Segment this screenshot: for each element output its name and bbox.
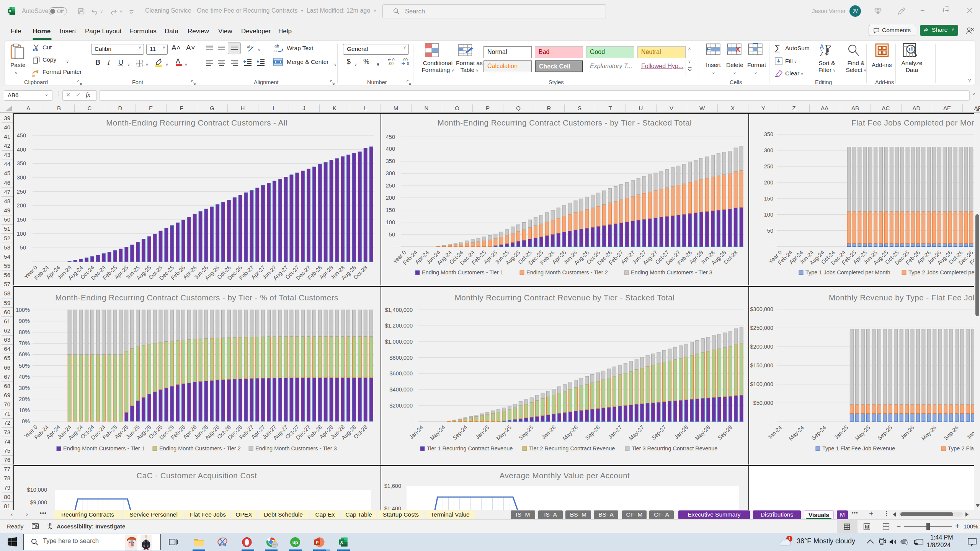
svg-text:$200,000: $200,000 xyxy=(750,344,773,350)
svg-text:c: c xyxy=(274,48,277,53)
svg-text:250: 250 xyxy=(17,189,26,195)
svg-text:100: 100 xyxy=(17,231,26,237)
svg-text:0%: 0% xyxy=(22,418,30,424)
svg-text:Ending Month Customers - Tier: Ending Month Customers - Tier 1 xyxy=(422,269,503,276)
svg-text:50: 50 xyxy=(20,245,26,251)
svg-text:$300,000: $300,000 xyxy=(750,306,773,312)
svg-text:Ending Month Customers - Tier: Ending Month Customers - Tier 3 xyxy=(255,445,337,452)
svg-text:Average Monthly Value per Acco: Average Monthly Value per Account xyxy=(500,471,630,480)
svg-text:Tier 1 Recurring Contract Reve: Tier 1 Recurring Contract Revenue xyxy=(427,445,513,452)
svg-text:ab: ab xyxy=(247,44,252,49)
svg-text:$9,000: $9,000 xyxy=(30,499,47,505)
svg-text:Ending Month Customers - Tier: Ending Month Customers - Tier 2 xyxy=(526,269,608,276)
svg-text:$1,200,000: $1,200,000 xyxy=(385,323,413,329)
svg-text:150: 150 xyxy=(17,217,26,223)
svg-text:100: 100 xyxy=(764,212,773,218)
svg-text:Type 1 Flat Fee Job Revenue: Type 1 Flat Fee Job Revenue xyxy=(822,445,895,452)
svg-text:80%: 80% xyxy=(19,329,30,335)
svg-text:Ending Month Customers - Tier: Ending Month Customers - Tier 3 xyxy=(631,269,712,276)
svg-text:$1,400,000: $1,400,000 xyxy=(385,307,413,313)
svg-text:60%: 60% xyxy=(19,351,30,357)
svg-text:100%: 100% xyxy=(16,307,30,313)
svg-text:200: 200 xyxy=(17,202,26,209)
svg-text:50: 50 xyxy=(389,231,395,238)
svg-text:$600,000: $600,000 xyxy=(390,370,413,377)
svg-text:X: X xyxy=(9,9,11,13)
svg-text:450: 450 xyxy=(386,134,395,140)
svg-text:150: 150 xyxy=(764,196,773,202)
svg-text:50%: 50% xyxy=(19,363,30,369)
svg-text:-: - xyxy=(771,244,773,250)
svg-text:ab: ab xyxy=(274,44,279,48)
svg-text:350: 350 xyxy=(386,158,395,164)
svg-text:-: - xyxy=(411,419,413,425)
svg-text:Ending Month Customers - Tier: Ending Month Customers - Tier 1 xyxy=(63,445,145,452)
svg-text:$1,000,000: $1,000,000 xyxy=(385,339,413,345)
svg-text:$1,600: $1,600 xyxy=(384,483,401,489)
svg-text:Monthly Recurring Contract Rev: Monthly Recurring Contract Revenue by Ti… xyxy=(455,293,675,302)
svg-text:50: 50 xyxy=(767,228,773,234)
svg-text:Ending Month Customers - Tier: Ending Month Customers - Tier 2 xyxy=(159,445,241,452)
svg-text:90%: 90% xyxy=(19,318,30,324)
svg-text:100: 100 xyxy=(386,219,395,225)
svg-text:$200,000: $200,000 xyxy=(390,403,413,409)
svg-text:450: 450 xyxy=(17,132,26,139)
svg-text:20%: 20% xyxy=(19,396,30,402)
svg-text:30%: 30% xyxy=(19,385,30,391)
svg-text:70%: 70% xyxy=(19,340,30,346)
svg-text:300: 300 xyxy=(764,147,773,153)
svg-text:0: 0 xyxy=(407,62,409,66)
svg-text:Month-Ending Recurring Contrac: Month-Ending Recurring Contract Customer… xyxy=(438,118,692,127)
svg-text:Tier 3 Recurring Contract Reve: Tier 3 Recurring Contract Revenue xyxy=(632,445,717,452)
svg-text:$400,000: $400,000 xyxy=(390,386,413,393)
svg-text:Month-Ending Recurring Contrac: Month-Ending Recurring Contract Customer… xyxy=(106,118,287,127)
svg-text:150: 150 xyxy=(386,207,395,213)
svg-text:200: 200 xyxy=(764,179,773,186)
svg-text:A: A xyxy=(820,44,824,50)
svg-text:Flat Fee Jobs Completed per Mo: Flat Fee Jobs Completed per Month xyxy=(851,118,975,127)
svg-text:Tier 2 Recurring Contract Reve: Tier 2 Recurring Contract Revenue xyxy=(529,445,615,452)
svg-text:$800,000: $800,000 xyxy=(390,355,413,361)
svg-text:400: 400 xyxy=(386,146,395,152)
svg-text:Type 1 Jobs Completed per Mont: Type 1 Jobs Completed per Month xyxy=(805,269,890,276)
svg-text:200: 200 xyxy=(386,195,395,201)
svg-text:$50,000: $50,000 xyxy=(753,400,773,406)
svg-text:250: 250 xyxy=(764,163,773,170)
svg-text:-: - xyxy=(393,244,395,250)
svg-text:Z: Z xyxy=(820,51,823,57)
svg-text:X: X xyxy=(340,540,343,544)
svg-text:Type 2 Flat Fee Job Revenue: Type 2 Flat Fee Job Revenue xyxy=(948,445,975,452)
svg-text:250: 250 xyxy=(386,183,395,189)
svg-text:$10,000: $10,000 xyxy=(27,487,47,493)
svg-text:P: P xyxy=(316,540,319,545)
svg-text:350: 350 xyxy=(764,131,773,137)
svg-text:10%: 10% xyxy=(19,407,30,413)
svg-text:40%: 40% xyxy=(19,374,30,380)
svg-text:.00: .00 xyxy=(388,62,394,66)
svg-text:350: 350 xyxy=(17,160,26,166)
svg-text:300: 300 xyxy=(386,170,395,176)
svg-text:-: - xyxy=(24,259,26,265)
svg-text:$100,000: $100,000 xyxy=(750,381,773,387)
svg-text:300: 300 xyxy=(17,174,26,181)
svg-text:Month-Ending Recurring Contrac: Month-Ending Recurring Contract Customer… xyxy=(55,293,338,302)
svg-text:up: up xyxy=(292,540,298,545)
svg-text:$150,000: $150,000 xyxy=(750,362,773,368)
svg-text:CaC - Customer Acquisition Cos: CaC - Customer Acquisition Cost xyxy=(136,471,257,480)
svg-text:Type 2 Jobs Completed per Mont: Type 2 Jobs Completed per Month xyxy=(908,269,975,276)
svg-text:400: 400 xyxy=(17,147,26,153)
svg-text:Monthly Revenue by Type - Flat: Monthly Revenue by Type - Flat Fee Jobs xyxy=(829,293,975,302)
svg-text:-: - xyxy=(771,419,773,425)
svg-text:$250,000: $250,000 xyxy=(750,325,773,331)
